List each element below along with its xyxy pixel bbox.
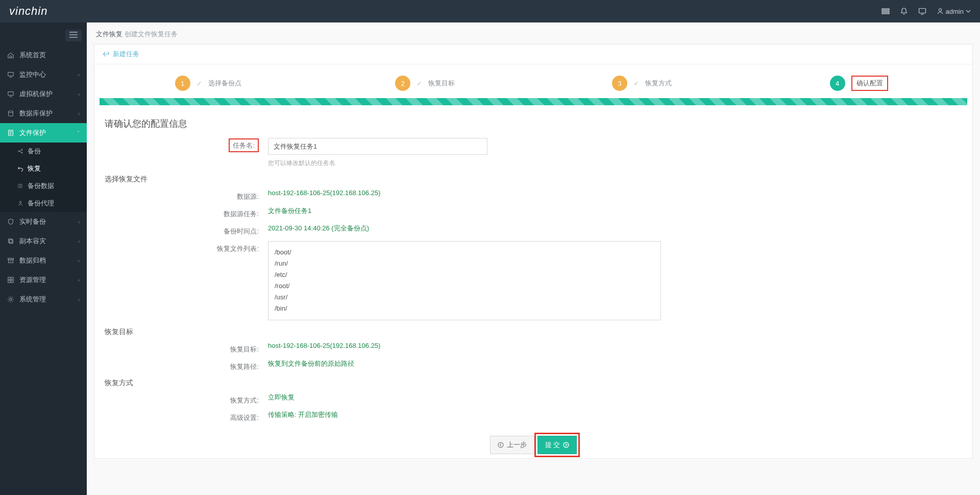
undo-icon [17,166,23,172]
nav-item-6[interactable]: 副本容灾‹ [0,231,87,251]
home-icon [7,52,14,59]
restore-mode-value: 立即恢复 [268,393,962,405]
svg-point-4 [939,9,941,11]
backup-time-value: 2021-09-30 14:40:26 (完全备份点) [268,224,962,236]
svg-rect-1 [882,11,889,12]
wizard-step-3[interactable]: 3✓恢复方式 [533,76,750,91]
nav-label: 监控中心 [19,70,78,79]
nav-item-9[interactable]: 系统管理‹ [0,290,87,309]
nav-label: 实时备份 [19,217,78,226]
target-section-title: 恢复目标 [105,327,962,337]
task-name-label: 任务名: [105,138,268,168]
files-list-box: /boot//run//etc//root//usr//bin/ [268,241,661,320]
prev-label: 上一步 [507,440,527,450]
sidebar: 系统首页监控中心‹虚拟机保护‹数据库保护‹文件保护˅备份恢复备份数据备份代理实时… [0,22,87,495]
prev-button[interactable]: 上一步 [490,436,534,454]
nav-label: 资源管理 [19,275,78,285]
user-name: admin [946,8,964,15]
nav-label: 虚拟机保护 [19,89,78,99]
archive-icon [7,257,14,264]
share-icon [17,148,23,154]
screen-icon[interactable] [918,7,926,15]
nav-item-1[interactable]: 监控中心‹ [0,65,87,84]
step-number: 1 [175,76,190,91]
source-task-label: 数据源任务: [105,206,268,219]
mode-section-title: 恢复方式 [105,379,962,388]
file-path: /run/ [275,258,654,269]
sub-item-0[interactable]: 备份 [0,143,87,160]
gear-icon [7,296,14,303]
copy-icon [7,238,14,245]
sub-label: 备份数据 [28,181,54,191]
file-path: /boot/ [275,247,654,258]
svg-point-24 [10,298,12,300]
nav-item-3[interactable]: 数据库保护‹ [0,104,87,123]
breadcrumb: 文件恢复 创建文件恢复任务 [94,22,973,44]
step-label: 恢复方式 [645,79,672,88]
nav-label: 副本容灾 [19,237,78,246]
sidebar-collapse[interactable] [65,30,82,41]
advanced-label: 高级设置: [105,410,268,422]
nav-item-4[interactable]: 文件保护˅ [0,123,87,143]
chevron-icon: ‹ [78,239,80,244]
check-icon: ✓ [633,80,639,87]
bell-icon[interactable] [900,7,908,15]
svg-point-13 [18,185,19,186]
file-path: /bin/ [275,303,654,314]
sub-label: 备份 [28,147,41,156]
svg-rect-16 [9,239,12,243]
svg-point-12 [18,184,19,185]
wizard-step-4[interactable]: 4确认配置 [750,76,967,91]
svg-point-26 [564,442,569,447]
wizard-step-1[interactable]: 1✓选择备份点 [100,76,316,91]
back-link[interactable]: 新建任务 [103,50,964,59]
nav-item-8[interactable]: 资源管理‹ [0,270,87,290]
user-menu[interactable]: admin [937,8,971,15]
sub-item-2[interactable]: 备份数据 [0,177,87,195]
data-source-value: host-192-168-106-25(192.168.106.25) [268,189,962,201]
svg-rect-17 [9,240,13,243]
tasks-icon[interactable] [881,7,890,15]
chevron-icon: ‹ [78,72,80,78]
svg-rect-6 [8,92,14,96]
svg-rect-23 [11,280,13,282]
logo: vinchin [9,5,47,18]
db-icon [7,110,14,117]
restore-target-value: host-192-168-106-25(192.168.106.25) [268,342,962,354]
data-source-label: 数据源: [105,189,268,201]
step-number: 2 [395,76,410,91]
task-name-hint: 您可以修改默认的任务名 [268,159,962,168]
confirm-title: 请确认您的配置信息 [105,117,962,130]
res-icon [7,276,14,284]
svg-point-25 [498,442,503,447]
nav-label: 文件保护 [19,128,77,137]
restore-mode-label: 恢复方式: [105,393,268,405]
svg-point-7 [9,111,13,113]
svg-rect-0 [882,9,889,10]
chevron-icon: ‹ [78,219,80,225]
nav-item-2[interactable]: 虚拟机保护‹ [0,84,87,104]
backup-time-label: 备份时间点: [105,224,268,236]
submit-button[interactable]: 提 交 [537,436,577,454]
svg-rect-2 [882,13,889,14]
step-number: 4 [830,76,845,91]
shield-icon [7,218,14,225]
check-icon: ✓ [197,80,202,87]
svg-rect-20 [8,277,10,279]
advanced-value: 传输策略: 开启加密传输 [268,410,962,422]
chevron-icon: ‹ [78,111,80,116]
svg-rect-21 [11,277,13,279]
task-name-input[interactable] [268,138,487,155]
nav-item-7[interactable]: 数据归档‹ [0,251,87,270]
wizard-step-2[interactable]: 2✓恢复目标 [316,76,533,91]
file-path: /root/ [275,280,654,292]
sub-item-3[interactable]: 备份代理 [0,195,87,212]
nav-item-5[interactable]: 实时备份‹ [0,212,87,231]
file-path: /etc/ [275,269,654,280]
svg-rect-22 [8,280,10,282]
step-label: 恢复目标 [428,79,455,88]
chevron-icon: ‹ [78,258,80,264]
sub-item-1[interactable]: 恢复 [0,160,87,177]
step-label: 确认配置 [851,76,888,91]
nav-item-0[interactable]: 系统首页 [0,45,87,65]
